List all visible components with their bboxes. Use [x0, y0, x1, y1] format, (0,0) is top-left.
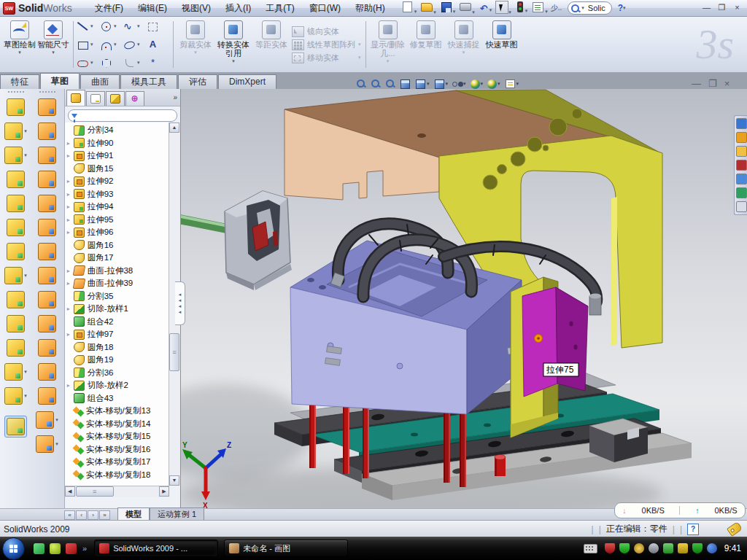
tree-item[interactable]: ▸拉伸95	[65, 214, 169, 227]
print-button[interactable]: ▾	[459, 0, 476, 16]
tool-replace-face[interactable]	[38, 339, 56, 357]
tree-item[interactable]: 分割34	[65, 124, 169, 137]
solidworks-icon[interactable]	[66, 543, 77, 554]
tree-item[interactable]: 分割35	[65, 290, 169, 303]
tab-特征[interactable]: 特征	[0, 74, 39, 89]
sketch-tool-polygon[interactable]	[100, 54, 123, 71]
view-settings-button[interactable]: ▾	[505, 78, 519, 90]
tree-item[interactable]: ▸拉伸91	[65, 149, 169, 163]
graphics-viewport[interactable]: Y Z X 拉伸75	[181, 89, 747, 508]
restore-button[interactable]: ❐	[716, 3, 728, 13]
sketch-tool-line[interactable]: ▾	[77, 18, 100, 35]
tool-thicken[interactable]	[38, 291, 56, 308]
tab-曲面[interactable]: 曲面	[80, 74, 120, 89]
tool-move-copy-body[interactable]	[7, 339, 25, 357]
scrollbar-thumb[interactable]	[76, 486, 114, 497]
expand-arrow-icon[interactable]: ▸	[67, 178, 74, 184]
volume-icon[interactable]	[649, 543, 659, 553]
tab-configuration-manager[interactable]	[106, 91, 125, 106]
tree-item[interactable]: 组合42	[65, 316, 169, 329]
scroll-up-button[interactable]: ▲	[169, 122, 179, 133]
tree-item[interactable]: ▸曲面-拉伸38	[65, 265, 169, 278]
tab-评估[interactable]: 评估	[178, 74, 217, 89]
shield-power-icon[interactable]	[619, 543, 630, 553]
tree-item[interactable]: 圆角17	[65, 252, 169, 265]
sketch-tool-select-entities[interactable]	[147, 18, 170, 35]
tool-combine-bodies[interactable]	[7, 291, 25, 308]
tool-linear-pattern[interactable]: ▾	[4, 267, 27, 284]
tree-item[interactable]: 实体-移动/复制16	[65, 443, 169, 456]
tool-extruded-boss[interactable]	[7, 195, 25, 212]
certificate-badge-icon[interactable]	[634, 543, 644, 553]
wireless-warning-icon[interactable]	[678, 543, 688, 553]
button-convert-entities[interactable]: 转换实体引用▾	[214, 18, 252, 71]
antivirus-alert-icon[interactable]	[605, 543, 615, 553]
button-sketch[interactable]: 草图绘制▾	[3, 18, 36, 71]
tool-trimmed-surface[interactable]: ▾	[36, 411, 58, 429]
tool-knit-surface[interactable]	[38, 267, 56, 284]
expand-arrow-icon[interactable]: ▸	[67, 280, 74, 287]
previous-frame-button[interactable]: ‹	[76, 510, 87, 520]
sync-blocked-icon[interactable]	[707, 543, 717, 553]
sketch-tool-point[interactable]: *	[147, 54, 170, 71]
tree-item[interactable]: ▸拉伸90	[65, 137, 169, 150]
tool-intersect-bodies[interactable]	[7, 315, 25, 332]
media-player-icon[interactable]	[50, 543, 61, 554]
expand-arrow-icon[interactable]: ▸	[67, 203, 74, 210]
button-offset-entities[interactable]: 等距实体	[252, 18, 290, 71]
taskbar-task[interactable]: SolidWorks 2009 - ...	[94, 540, 218, 557]
tool-planar-surface[interactable]	[38, 243, 56, 260]
tool-extruded-surface[interactable]	[38, 147, 56, 164]
tool-delete-face[interactable]	[38, 363, 56, 381]
tool-reference-axis[interactable]: ▾	[4, 363, 27, 381]
start-button[interactable]	[2, 537, 25, 560]
tab-模具工具[interactable]: 模具工具	[120, 74, 177, 89]
appearances-icon[interactable]	[736, 187, 747, 198]
tree-item[interactable]: ▸拉伸96	[65, 226, 169, 239]
tree-item[interactable]: 实体-移动/复制18	[65, 469, 169, 482]
model-tab-模型[interactable]: 模型	[117, 508, 150, 521]
quick-launch-chevron[interactable]: »	[82, 544, 87, 553]
taskbar-task[interactable]: 未命名 - 画图	[224, 540, 348, 557]
tool-freeform[interactable]	[38, 315, 56, 332]
expand-arrow-icon[interactable]: ▸	[67, 217, 74, 223]
design-checker-button[interactable]: ▾	[531, 1, 549, 15]
menu-item[interactable]: 编辑(E)	[131, 1, 174, 16]
sketch-tool-arc[interactable]: ▾	[100, 36, 123, 53]
tree-item[interactable]: ▸拉伸93	[65, 188, 169, 201]
sketch-tool-sketch-fillet[interactable]: ▾	[123, 54, 147, 71]
apply-scene-button[interactable]: ▾	[487, 79, 500, 89]
button-smart-dimension[interactable]: 智能尺寸▾	[36, 18, 70, 71]
scrollbar-thumb[interactable]	[169, 333, 179, 371]
tree-item[interactable]: 组合43	[65, 392, 169, 405]
button-trim-entities[interactable]: 剪裁实体▾	[177, 18, 214, 71]
open-button[interactable]: ▾	[420, 1, 438, 16]
tree-item[interactable]: ▸拉伸97	[65, 328, 169, 341]
tab-草图[interactable]: 草图	[40, 73, 80, 89]
tool-extend-surface[interactable]	[38, 387, 56, 405]
tree-item[interactable]: ▸拉伸92	[65, 175, 169, 188]
panel-overflow-chevron[interactable]: »	[173, 93, 177, 101]
first-frame-button[interactable]: «	[64, 510, 75, 520]
toolbar-grip[interactable]	[39, 91, 55, 96]
undo-button[interactable]: ↶▾	[479, 3, 494, 14]
button-display-delete-relations[interactable]: 显示/删除几...▾	[369, 18, 407, 71]
next-frame-button[interactable]: ›	[88, 510, 98, 520]
menu-item[interactable]: 视图(V)	[175, 1, 217, 16]
save-button[interactable]: ▾	[440, 1, 457, 15]
tool-extruded-cut[interactable]: ▾	[4, 122, 27, 140]
tool-fillet[interactable]: ▾	[4, 147, 27, 164]
menu-item[interactable]: 窗口(W)	[303, 1, 347, 16]
view-palette-icon[interactable]	[736, 174, 747, 184]
tree-item[interactable]: 实体-移动/复制17	[65, 456, 169, 469]
tree-item[interactable]: 圆角16	[65, 239, 169, 252]
expand-arrow-icon[interactable]: ▸	[67, 140, 74, 147]
tree-item[interactable]: 实体-移动/复制13	[65, 405, 169, 418]
tree-item[interactable]: 圆角18	[65, 341, 169, 354]
tab-feature-manager[interactable]	[66, 90, 85, 106]
menu-item[interactable]: 帮助(H)	[349, 1, 392, 16]
toolbar-grip[interactable]	[8, 91, 24, 96]
design-library-icon[interactable]	[736, 132, 747, 143]
expand-arrow-icon[interactable]: ▸	[67, 229, 74, 236]
scroll-right-button[interactable]: ▶	[159, 486, 169, 497]
